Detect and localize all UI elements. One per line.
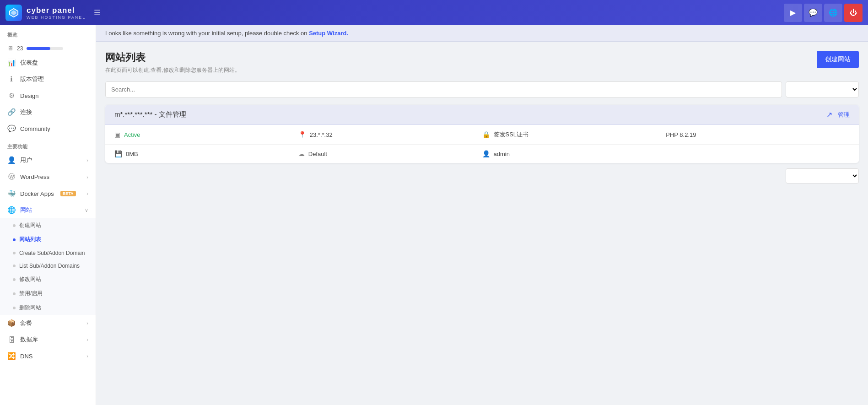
info-cell-status: ▣ Active	[114, 131, 298, 138]
sidebar-item-database[interactable]: 🗄 数据库 ›	[0, 331, 96, 348]
website-card: m*.***.***.*** - 文件管理 ↗ 管理 ▣ Active 📍 23…	[105, 105, 859, 163]
database-chevron: ›	[86, 337, 88, 342]
wordpress-icon: Ⓦ	[7, 173, 16, 181]
sidebar-collapse-btn[interactable]: ☰	[94, 8, 100, 17]
content-area: 网站列表 在此页面可以创建,查看,修改和删除您服务器上的网站。 创建网站 m*.…	[96, 42, 868, 193]
sidebar-item-dns[interactable]: 🔀 DNS ›	[0, 348, 96, 364]
database-label: 数据库	[20, 335, 38, 344]
website-domain: m*.***.***.*** - 文件管理	[114, 110, 186, 119]
topbar-left: cyber panel WEB HOSTING PANEL ☰	[5, 5, 100, 21]
sidebar-item-wordpress[interactable]: Ⓦ WordPress ›	[0, 168, 96, 185]
manage-link[interactable]: 管理	[838, 111, 850, 119]
wordpress-chevron: ›	[86, 174, 88, 180]
info-cell-ssl: 🔒 签发SSL证书	[482, 130, 666, 139]
user-value: admin	[494, 151, 510, 157]
dashboard-icon: 📊	[7, 59, 16, 67]
page-subtitle: 在此页面可以创建,查看,修改和删除您服务器上的网站。	[105, 66, 240, 74]
progress-bar-fill	[27, 47, 50, 50]
alert-text: Looks like something is wrong with your …	[105, 30, 309, 37]
search-row	[105, 81, 859, 97]
external-link-icon[interactable]: ↗	[826, 110, 832, 119]
packages-label: 套餐	[20, 319, 32, 327]
database-icon: 🗄	[7, 336, 16, 344]
user-count: 23	[17, 45, 23, 52]
support-btn[interactable]: 🌐	[824, 4, 842, 22]
website-card-header: m*.***.***.*** - 文件管理 ↗ 管理	[105, 105, 859, 125]
community-icon: 💬	[7, 124, 16, 133]
dot-list	[13, 238, 16, 241]
connect-label: 连接	[20, 108, 32, 116]
submenu-create-website[interactable]: 创建网站	[0, 218, 96, 232]
main-content: Looks like something is wrong with your …	[96, 25, 868, 405]
setup-wizard-link[interactable]: Setup Wizard.	[309, 30, 348, 37]
sidebar-item-docker[interactable]: 🐳 Docker Apps BETA ›	[0, 185, 96, 202]
submenu-delete-website[interactable]: 删除网站	[0, 301, 96, 315]
sidebar-item-version[interactable]: ℹ 版本管理	[0, 71, 96, 87]
page-header: 网站列表 在此页面可以创建,查看,修改和删除您服务器上的网站。 创建网站	[105, 51, 859, 74]
sidebar-item-users[interactable]: 👤 用户 ›	[0, 152, 96, 168]
list-sub-addon-label: List Sub/Addon Domains	[19, 263, 80, 269]
version-label: 版本管理	[20, 75, 44, 83]
page-title-block: 网站列表 在此页面可以创建,查看,修改和删除您服务器上的网站。	[105, 51, 240, 74]
docker-badge: BETA	[60, 191, 76, 196]
info-icon: ℹ	[7, 75, 16, 83]
users-chevron: ›	[86, 157, 88, 163]
power-btn[interactable]: ⏻	[844, 4, 863, 22]
website-info-row-2: 💾 0MB ☁ Default 👤 admin	[105, 145, 859, 163]
user-info: 🖥 23	[0, 40, 96, 54]
search-input[interactable]	[105, 81, 782, 97]
create-website-btn[interactable]: 创建网站	[817, 51, 859, 68]
website-label: 网站	[20, 206, 32, 214]
sidebar-item-dashboard[interactable]: 📊 仪表盘	[0, 54, 96, 71]
package-value: Default	[308, 151, 327, 157]
layout: 概览 🖥 23 📊 仪表盘 ℹ 版本管理 ⚙ Design 🔗 连接	[0, 25, 868, 405]
design-label: Design	[20, 92, 38, 99]
sidebar: 概览 🖥 23 📊 仪表盘 ℹ 版本管理 ⚙ Design 🔗 连接	[0, 25, 96, 405]
page-title: 网站列表	[105, 51, 240, 65]
connect-icon: 🔗	[7, 108, 16, 116]
search-select[interactable]	[786, 81, 859, 97]
community-label: Community	[20, 125, 50, 132]
dot-sub	[13, 252, 16, 254]
create-sub-addon-label: Create Sub/Addon Domain	[19, 250, 85, 256]
sidebar-item-connect[interactable]: 🔗 连接	[0, 104, 96, 120]
sidebar-item-website[interactable]: 🌐 网站 ∨	[0, 202, 96, 218]
alert-bar: Looks like something is wrong with your …	[96, 25, 868, 42]
docker-icon: 🐳	[7, 189, 16, 198]
package-icon: ☁	[298, 150, 305, 157]
info-cell-php: PHP 8.2.19	[666, 131, 850, 138]
ip-value: 23.*.*.32	[310, 131, 333, 138]
info-cell-ip: 📍 23.*.*.32	[298, 131, 482, 138]
dns-label: DNS	[20, 353, 32, 360]
submenu-disable-enable[interactable]: 禁用/启用	[0, 286, 96, 301]
dot-list-sub	[13, 265, 16, 267]
submenu-modify-website[interactable]: 修改网站	[0, 272, 96, 286]
submenu-create-sub-addon[interactable]: Create Sub/Addon Domain	[0, 247, 96, 259]
sidebar-item-design[interactable]: ⚙ Design	[0, 87, 96, 104]
bottom-select-row	[105, 163, 859, 184]
website-info-row-1: ▣ Active 📍 23.*.*.32 🔒 签发SSL证书 PHP 8.2.1…	[105, 125, 859, 145]
bottom-select[interactable]	[786, 168, 859, 184]
submenu-list-sub-addon[interactable]: List Sub/Addon Domains	[0, 259, 96, 272]
create-website-label: 创建网站	[19, 221, 41, 229]
sidebar-item-community[interactable]: 💬 Community	[0, 120, 96, 137]
delete-website-label: 删除网站	[19, 304, 41, 312]
docker-label: Docker Apps	[20, 190, 54, 197]
sidebar-item-packages[interactable]: 📦 套餐 ›	[0, 315, 96, 331]
youtube-btn[interactable]: ▶	[784, 4, 802, 22]
disable-enable-label: 禁用/启用	[19, 290, 43, 297]
chat-btn[interactable]: 💬	[804, 4, 822, 22]
submenu-list-websites[interactable]: 网站列表	[0, 232, 96, 247]
brand-sub: WEB HOSTING PANEL	[27, 15, 86, 20]
website-submenu: 创建网站 网站列表 Create Sub/Addon Domain List S…	[0, 218, 96, 315]
logo-icon	[5, 5, 22, 21]
user-progress	[27, 47, 88, 50]
ssl-label: 签发SSL证书	[494, 130, 529, 139]
docker-chevron: ›	[86, 191, 88, 196]
monitor-icon: 🖥	[7, 45, 13, 52]
main-features-label: 主要功能	[0, 137, 96, 152]
status-icon: ▣	[114, 131, 120, 138]
users-icon: 👤	[7, 156, 16, 164]
ssl-icon: 🔒	[482, 131, 490, 138]
brand-name: cyber panel	[27, 6, 86, 15]
